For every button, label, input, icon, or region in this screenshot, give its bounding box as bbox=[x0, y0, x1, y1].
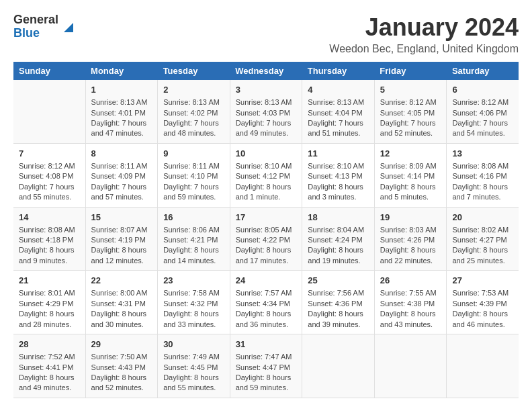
day-number: 26 bbox=[380, 275, 441, 287]
day-number: 29 bbox=[91, 338, 152, 351]
day-info: Sunrise: 8:09 AM bbox=[380, 161, 441, 171]
week-row-3: 21Sunrise: 8:01 AMSunset: 4:29 PMDayligh… bbox=[13, 271, 519, 334]
day-info: Sunset: 4:41 PM bbox=[19, 363, 80, 373]
day-info: and 59 minutes. bbox=[163, 192, 224, 202]
day-cell: 31Sunrise: 7:47 AMSunset: 4:47 PMDayligh… bbox=[230, 334, 302, 398]
day-info: Sunset: 4:31 PM bbox=[91, 299, 152, 309]
day-number: 22 bbox=[91, 275, 152, 287]
day-cell: 30Sunrise: 7:49 AMSunset: 4:45 PMDayligh… bbox=[158, 334, 230, 398]
day-number: 17 bbox=[236, 212, 297, 224]
day-info: Daylight: 8 hours bbox=[19, 373, 80, 383]
day-info: Daylight: 8 hours bbox=[91, 373, 152, 383]
day-info: Sunrise: 8:01 AM bbox=[19, 288, 80, 298]
day-cell: 4Sunrise: 8:13 AMSunset: 4:04 PMDaylight… bbox=[302, 80, 375, 143]
day-info: Sunset: 4:43 PM bbox=[91, 363, 152, 373]
day-info: Daylight: 8 hours bbox=[308, 182, 369, 192]
day-info: and 54 minutes. bbox=[452, 128, 513, 138]
day-number: 24 bbox=[236, 275, 297, 287]
day-info: and 46 minutes. bbox=[452, 320, 513, 330]
day-info: Sunrise: 7:56 AM bbox=[308, 288, 369, 298]
day-info: Sunrise: 8:06 AM bbox=[163, 225, 224, 235]
header-sunday: Sunday bbox=[13, 62, 85, 80]
day-info: and 48 minutes. bbox=[163, 128, 224, 138]
day-info: and 52 minutes. bbox=[380, 128, 441, 138]
day-info: Sunrise: 8:04 AM bbox=[308, 225, 369, 235]
day-number: 30 bbox=[163, 338, 224, 351]
day-info: Sunrise: 7:55 AM bbox=[380, 288, 441, 298]
day-info: Sunset: 4:02 PM bbox=[163, 108, 224, 118]
day-number: 3 bbox=[236, 84, 297, 96]
day-number: 27 bbox=[452, 275, 513, 287]
logo-general: General bbox=[13, 13, 58, 27]
day-info: and 22 minutes. bbox=[380, 256, 441, 266]
day-number: 13 bbox=[452, 148, 513, 160]
day-info: Sunrise: 8:12 AM bbox=[380, 97, 441, 107]
day-info: Sunset: 4:05 PM bbox=[380, 108, 441, 118]
day-info: and 19 minutes. bbox=[308, 256, 369, 266]
day-number: 10 bbox=[236, 148, 297, 160]
day-number: 28 bbox=[19, 338, 80, 351]
header-monday: Monday bbox=[85, 62, 158, 80]
day-number: 19 bbox=[380, 212, 441, 224]
day-info: and 9 minutes. bbox=[19, 256, 80, 266]
day-info: Daylight: 8 hours bbox=[308, 309, 369, 319]
day-info: and 3 minutes. bbox=[308, 192, 369, 202]
header-tuesday: Tuesday bbox=[158, 62, 230, 80]
day-info: Sunrise: 8:11 AM bbox=[163, 161, 224, 171]
day-info: and 25 minutes. bbox=[452, 256, 513, 266]
day-cell: 27Sunrise: 7:53 AMSunset: 4:39 PMDayligh… bbox=[447, 271, 519, 334]
day-info: Daylight: 7 hours bbox=[19, 182, 80, 192]
day-info: Sunrise: 8:13 AM bbox=[236, 97, 297, 107]
day-info: Sunset: 4:39 PM bbox=[452, 299, 513, 309]
day-info: Sunset: 4:45 PM bbox=[163, 363, 224, 373]
day-info: Daylight: 8 hours bbox=[19, 245, 80, 255]
day-info: and 28 minutes. bbox=[19, 320, 80, 330]
title-month: January 2024 bbox=[329, 13, 519, 42]
day-info: Sunset: 4:14 PM bbox=[380, 171, 441, 181]
day-cell bbox=[302, 334, 375, 398]
day-info: Daylight: 8 hours bbox=[452, 182, 513, 192]
day-info: Daylight: 8 hours bbox=[236, 245, 297, 255]
day-cell: 3Sunrise: 8:13 AMSunset: 4:03 PMDaylight… bbox=[230, 80, 302, 143]
day-info: Daylight: 7 hours bbox=[163, 182, 224, 192]
day-cell: 12Sunrise: 8:09 AMSunset: 4:14 PMDayligh… bbox=[374, 143, 447, 207]
day-info: Sunrise: 8:11 AM bbox=[91, 161, 152, 171]
day-info: Sunrise: 8:13 AM bbox=[91, 97, 152, 107]
day-info: Sunset: 4:26 PM bbox=[380, 235, 441, 245]
day-number: 1 bbox=[91, 84, 152, 96]
day-info: Sunset: 4:10 PM bbox=[163, 171, 224, 181]
day-info: Sunset: 4:36 PM bbox=[308, 299, 369, 309]
day-cell: 1Sunrise: 8:13 AMSunset: 4:01 PMDaylight… bbox=[85, 80, 158, 143]
day-info: Daylight: 7 hours bbox=[380, 118, 441, 128]
day-info: Sunset: 4:06 PM bbox=[452, 108, 513, 118]
day-info: Sunrise: 7:49 AM bbox=[163, 352, 224, 362]
day-info: Sunrise: 7:58 AM bbox=[163, 288, 224, 298]
day-info: Sunrise: 8:10 AM bbox=[308, 161, 369, 171]
header-saturday: Saturday bbox=[447, 62, 519, 80]
day-info: Sunset: 4:16 PM bbox=[452, 171, 513, 181]
day-cell bbox=[13, 80, 85, 143]
day-cell: 10Sunrise: 8:10 AMSunset: 4:12 PMDayligh… bbox=[230, 143, 302, 207]
day-cell: 11Sunrise: 8:10 AMSunset: 4:13 PMDayligh… bbox=[302, 143, 375, 207]
calendar-header-row: SundayMondayTuesdayWednesdayThursdayFrid… bbox=[13, 62, 519, 80]
day-info: and 49 minutes. bbox=[19, 383, 80, 393]
day-info: Daylight: 8 hours bbox=[380, 309, 441, 319]
title-location: Weedon Bec, England, United Kingdom bbox=[329, 43, 519, 55]
day-info: and 55 minutes. bbox=[19, 192, 80, 202]
day-info: Sunset: 4:27 PM bbox=[452, 235, 513, 245]
header-wednesday: Wednesday bbox=[230, 62, 302, 80]
day-info: Sunset: 4:47 PM bbox=[236, 363, 297, 373]
day-cell: 22Sunrise: 8:00 AMSunset: 4:31 PMDayligh… bbox=[85, 271, 158, 334]
day-cell: 26Sunrise: 7:55 AMSunset: 4:38 PMDayligh… bbox=[374, 271, 447, 334]
day-info: Daylight: 8 hours bbox=[19, 309, 80, 319]
logo: General Blue bbox=[13, 13, 76, 40]
day-info: Sunset: 4:38 PM bbox=[380, 299, 441, 309]
day-info: Sunset: 4:08 PM bbox=[19, 171, 80, 181]
day-cell: 13Sunrise: 8:08 AMSunset: 4:16 PMDayligh… bbox=[447, 143, 519, 207]
day-info: and 52 minutes. bbox=[91, 383, 152, 393]
day-info: Daylight: 8 hours bbox=[452, 245, 513, 255]
day-info: Daylight: 7 hours bbox=[308, 118, 369, 128]
day-number: 7 bbox=[19, 148, 80, 160]
day-info: Sunrise: 7:47 AM bbox=[236, 352, 297, 362]
day-cell: 24Sunrise: 7:57 AMSunset: 4:34 PMDayligh… bbox=[230, 271, 302, 334]
